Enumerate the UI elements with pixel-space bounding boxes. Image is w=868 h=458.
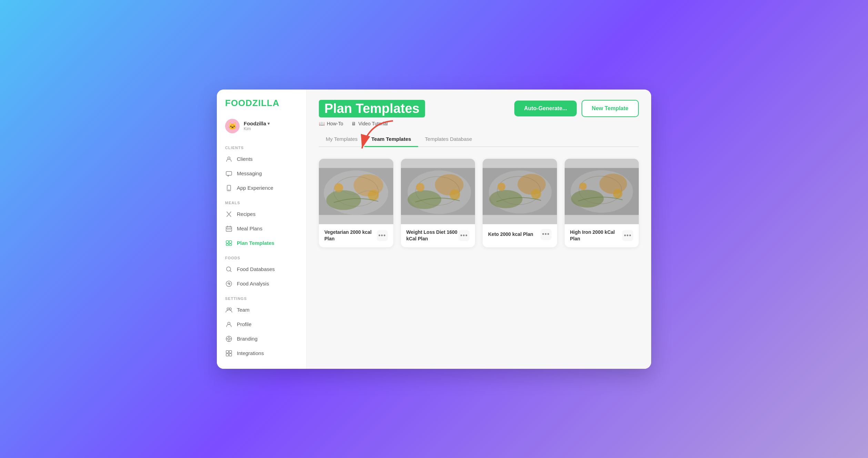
template-card-footer-1: Vegetarian 2000 kcal Plan ••• [319,224,393,247]
sidebar-item-integrations[interactable]: Integrations [217,346,306,361]
svg-rect-31 [229,354,232,356]
team-icon [225,306,233,314]
svg-point-59 [579,183,587,190]
tab-my-templates[interactable]: My Templates [319,132,364,147]
avatar: 🐱 [225,119,240,133]
integrations-icon [225,350,233,357]
svg-rect-9 [229,229,229,230]
how-to-link[interactable]: 📖 How-To [319,121,343,126]
svg-point-18 [229,283,230,284]
new-template-button[interactable]: New Template [582,100,639,117]
sidebar-item-profile[interactable]: Profile [217,317,306,332]
sidebar-item-team[interactable]: Team [217,303,306,317]
template-menu-button-4[interactable]: ••• [622,230,633,241]
svg-line-16 [230,270,232,272]
template-card-vegetarian[interactable]: Vegetarian 2000 kcal Plan ••• [319,159,393,247]
svg-point-60 [613,189,622,198]
svg-rect-10 [230,229,231,230]
template-card-keto[interactable]: Keto 2000 kcal Plan ••• [483,159,557,247]
template-menu-button-2[interactable]: ••• [458,230,470,241]
sidebar-section-settings: SETTINGS [217,291,306,303]
sidebar-label-team: Team [237,307,250,313]
svg-rect-14 [229,244,232,246]
app-logo: FOODZILLA [217,98,306,115]
svg-point-53 [531,189,541,199]
sidebar-item-food-databases[interactable]: Food Databases [217,262,306,277]
video-tutorial-link[interactable]: 🖥 Video Tutorial [351,121,387,126]
template-card-footer-2: Weight Loss Diet 1600 kCal Plan ••• [401,224,475,247]
sidebar-item-messaging[interactable]: Messaging [217,166,306,181]
sidebar-label-app-experience: App Experience [237,185,273,191]
sidebar-label-food-analysis: Food Analysis [237,281,269,287]
sidebar-section-clients: CLIENTS [217,140,306,152]
svg-rect-11 [226,241,229,243]
svg-rect-1 [226,171,232,175]
template-card-image-3 [483,159,557,224]
monitor-icon: 🖥 [351,121,356,126]
sidebar-label-plan-templates: Plan Templates [237,240,274,246]
auto-generate-button[interactable]: Auto-Generate... [514,101,576,116]
template-card-footer-4: High Iron 2000 kCal Plan ••• [565,224,639,247]
app-experience-icon [225,184,233,192]
sidebar-item-food-analysis[interactable]: Food Analysis [217,277,306,291]
sidebar-label-integrations: Integrations [237,350,264,356]
tab-team-templates[interactable]: Team Templates [364,132,418,147]
sidebar-item-meal-plans[interactable]: Meal Plans [217,221,306,236]
sidebar-label-food-databases: Food Databases [237,266,275,272]
food-databases-icon [225,266,233,273]
sidebar: FOODZILLA 🐱 Foodzilla ▾ Kim CLIENTS Clie… [217,90,306,369]
tabs-row: My Templates Team Templates Templates Da… [319,132,639,147]
page-header: Plan Templates 📖 How-To 🖥 Video Tutorial… [319,100,639,126]
svg-rect-4 [226,227,232,231]
svg-rect-28 [226,351,229,353]
template-menu-button-1[interactable]: ••• [377,230,388,241]
svg-point-19 [227,308,229,310]
template-title-4: High Iron 2000 kCal Plan [570,229,623,242]
template-menu-button-3[interactable]: ••• [541,229,552,240]
user-info: Foodzilla ▾ Kim [244,121,270,131]
sidebar-item-clients[interactable]: Clients [217,152,306,166]
template-title-1: Vegetarian 2000 kcal Plan [324,229,377,242]
page-title: Plan Templates [319,100,425,117]
template-card-image-4 [565,159,639,224]
svg-point-23 [228,338,230,340]
svg-point-52 [497,183,505,190]
clients-icon [225,155,233,163]
title-area: Plan Templates 📖 How-To 🖥 Video Tutorial [319,100,425,126]
sidebar-item-plan-templates[interactable]: Plan Templates [217,236,306,250]
app-container: FOODZILLA 🐱 Foodzilla ▾ Kim CLIENTS Clie… [217,90,651,369]
sidebar-label-messaging: Messaging [237,170,262,176]
tab-templates-database[interactable]: Templates Database [418,132,479,147]
sidebar-label-clients: Clients [237,156,253,162]
meal-plans-icon [225,225,233,232]
sidebar-section-meals: MEALS [217,195,306,207]
user-profile-button[interactable]: 🐱 Foodzilla ▾ Kim [217,115,306,140]
food-analysis-icon [225,280,233,288]
template-title-3: Keto 2000 kcal Plan [488,231,541,238]
svg-point-20 [229,308,231,310]
svg-point-49 [517,174,546,194]
template-card-high-iron[interactable]: High Iron 2000 kCal Plan ••• [565,159,639,247]
template-title-2: Weight Loss Diet 1600 kCal Plan [406,229,459,242]
user-name: Foodzilla ▾ [244,121,270,126]
templates-grid: Vegetarian 2000 kcal Plan ••• [319,159,639,247]
plan-templates-icon [225,239,233,247]
sidebar-label-branding: Branding [237,336,258,342]
template-card-image-1 [319,159,393,224]
sidebar-label-meal-plans: Meal Plans [237,226,262,231]
sidebar-section-foods: FOODS [217,250,306,262]
header-action-buttons: Auto-Generate... New Template [514,100,639,117]
sidebar-label-profile: Profile [237,321,252,327]
sidebar-item-branding[interactable]: Branding [217,332,306,346]
sidebar-item-recipes[interactable]: Recipes [217,207,306,221]
messaging-icon [225,170,233,177]
sidebar-label-recipes: Recipes [237,211,255,217]
book-icon: 📖 [319,121,325,126]
template-card-weight-loss[interactable]: Weight Loss Diet 1600 kCal Plan ••• [401,159,475,247]
svg-rect-13 [226,244,229,246]
svg-point-39 [368,189,379,200]
sidebar-item-app-experience[interactable]: App Experience [217,181,306,195]
svg-rect-12 [229,241,232,243]
svg-point-46 [450,189,460,200]
svg-point-56 [599,174,627,194]
